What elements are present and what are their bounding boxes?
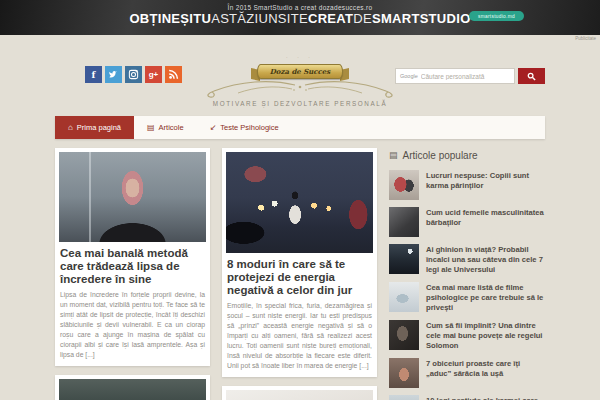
- popular-article-thumb[interactable]: [389, 170, 419, 200]
- magnifier-icon: [527, 72, 536, 81]
- ad-tagline: În 2015 SmartStudio a creat dozadesucces…: [0, 0, 600, 11]
- instagram-icon[interactable]: [125, 66, 142, 83]
- ad-headline-segment: SMARTSTUDIO: [372, 11, 471, 26]
- logo-flourish-icon: [200, 79, 400, 99]
- facebook-icon[interactable]: f: [85, 66, 102, 83]
- article-photo-street[interactable]: [226, 152, 373, 253]
- popular-articles-sidebar: ▤ Articole populare Lucruri nespuse: Cop…: [389, 148, 544, 400]
- logo-ribbon: Doza de Succes: [257, 64, 344, 79]
- search-button[interactable]: [518, 68, 545, 84]
- googleplus-icon[interactable]: g+: [145, 66, 162, 83]
- twitter-bird-icon: [108, 69, 119, 80]
- article-title[interactable]: 8 moduri în care să te protejezi de ener…: [227, 258, 372, 297]
- google-brand-label: Google: [400, 73, 418, 79]
- search-input[interactable]: [421, 73, 507, 80]
- ad-headline-segment: CREAT: [308, 11, 353, 26]
- site-header: f g+ · · · Doza de Succes: [0, 35, 600, 116]
- popular-article-thumb[interactable]: [389, 320, 419, 350]
- twitter-icon[interactable]: [105, 66, 122, 83]
- rss-icon[interactable]: [165, 66, 182, 83]
- popular-article-title[interactable]: Cum să fii împlinit? Una dintre cele mai…: [426, 320, 544, 351]
- logo-ornament-dots: · · ·: [185, 55, 415, 60]
- smartstudio-cta-button[interactable]: smartstudio.md: [469, 11, 524, 21]
- popular-article-title[interactable]: 10 legi neștiute ale karmei care îți vor…: [426, 395, 544, 400]
- article-card[interactable]: Cea mai banală metodă care trădează lips…: [55, 148, 210, 366]
- popular-article-item[interactable]: 10 legi neștiute ale karmei care îți vor…: [389, 395, 544, 400]
- popular-article-title[interactable]: Ai ghinion în viață? Probabil încalci un…: [426, 244, 544, 275]
- nav-item-home[interactable]: ⌂ Prima pagină: [55, 116, 134, 139]
- content-area: Cea mai banală metodă care trădează lips…: [55, 148, 545, 400]
- document-icon: ▤: [389, 151, 398, 160]
- popular-article-thumb[interactable]: [389, 395, 419, 400]
- popular-article-title[interactable]: Cea mai mare listă de filme psihologice …: [426, 282, 544, 313]
- popular-article-title[interactable]: Cum ucid femeile masculinitatea bărbațil…: [426, 207, 544, 228]
- ad-headline-segment: ASTĂZIUNSITE: [211, 11, 308, 26]
- nav-articles-label: Articole: [159, 123, 184, 132]
- sidebar-title-label: Articole populare: [403, 150, 478, 161]
- article-column-left: Cea mai banală metodă care trădează lips…: [55, 148, 210, 400]
- popular-article-item[interactable]: Ai ghinion în viață? Probabil încalci un…: [389, 244, 544, 275]
- popular-article-item[interactable]: Lucruri nespuse: Copiii sunt karma părin…: [389, 170, 544, 200]
- popular-article-item[interactable]: Cea mai mare listă de filme psihologice …: [389, 282, 544, 313]
- top-ad-banner: În 2015 SmartStudio a creat dozadesucces…: [0, 0, 600, 35]
- popular-article-thumb[interactable]: [389, 282, 419, 312]
- search-bar: Google: [395, 68, 545, 84]
- popular-article-item[interactable]: 7 obiceiuri proaste care îți „aduc” sără…: [389, 358, 544, 388]
- popular-article-title[interactable]: 7 obiceiuri proaste care îți „aduc” sără…: [426, 358, 544, 379]
- social-icons-bar: f g+: [85, 66, 182, 83]
- popular-article-thumb[interactable]: [389, 207, 419, 237]
- article-excerpt: Lipsa de încredere în forțele proprii de…: [60, 290, 205, 360]
- article-photo-swimmer[interactable]: [59, 379, 206, 400]
- nav-tests-label: Teste Psihologice: [220, 123, 278, 132]
- popular-article-item[interactable]: Cum ucid femeile masculinitatea bărbațil…: [389, 207, 544, 237]
- popular-article-title[interactable]: Lucruri nespuse: Copiii sunt karma părin…: [426, 170, 544, 191]
- site-logo[interactable]: · · · Doza de Succes MOTIVARE ȘI DEZVOLT…: [185, 55, 415, 107]
- popular-article-thumb[interactable]: [389, 244, 419, 274]
- article-title[interactable]: Cea mai banală metodă care trădează lips…: [60, 247, 205, 286]
- home-icon: ⌂: [68, 124, 73, 132]
- article-card[interactable]: 8 moduri în care să te protejezi de ener…: [222, 148, 377, 377]
- article-column-middle: 8 moduri în care să te protejezi de ener…: [222, 148, 377, 400]
- popular-article-thumb[interactable]: [389, 358, 419, 388]
- nav-item-articles[interactable]: ▤ Articole: [134, 116, 197, 139]
- article-excerpt: Emoțiile, în special frica, furia, dezam…: [227, 301, 372, 371]
- article-photo-woman[interactable]: [59, 152, 206, 242]
- sidebar-title: ▤ Articole populare: [389, 150, 544, 161]
- search-box[interactable]: Google: [395, 68, 515, 84]
- rss-feed-icon: [168, 69, 179, 80]
- articles-icon: ▤: [147, 124, 155, 132]
- article-card[interactable]: [55, 375, 210, 400]
- instagram-camera-icon: [128, 69, 139, 80]
- nav-home-label: Prima pagină: [77, 123, 121, 132]
- article-photo-light[interactable]: [226, 390, 373, 400]
- tests-icon: ↙: [210, 124, 217, 132]
- ad-headline-segment: DE: [353, 11, 372, 26]
- popular-article-item[interactable]: Cum să fii împlinit? Una dintre cele mai…: [389, 320, 544, 351]
- article-card[interactable]: [222, 386, 377, 400]
- ad-headline-segment: OBȚINEȘITU: [129, 11, 211, 26]
- main-nav: ⌂ Prima pagină ▤ Articole ↙ Teste Psihol…: [55, 116, 545, 139]
- logo-tagline: MOTIVARE ȘI DEZVOLTARE PERSONALĂ: [185, 100, 415, 107]
- nav-item-tests[interactable]: ↙ Teste Psihologice: [197, 116, 292, 139]
